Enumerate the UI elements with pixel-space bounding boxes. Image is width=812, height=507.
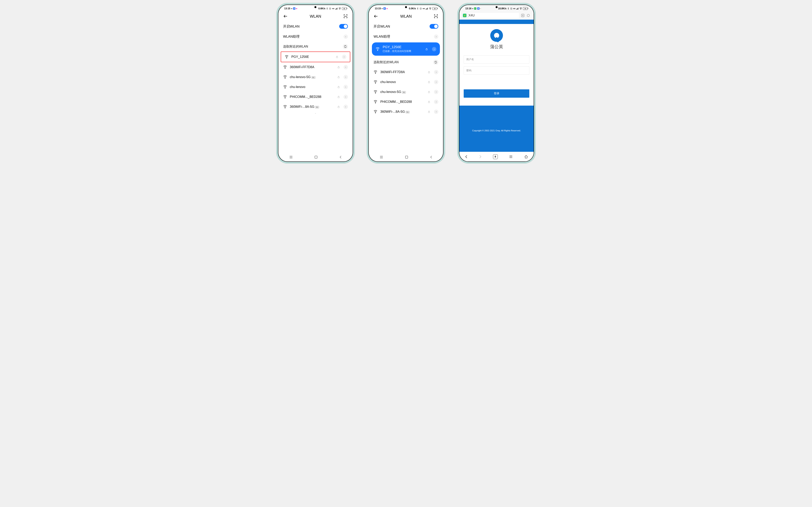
chevron-right-icon: ›	[344, 95, 348, 99]
svg-point-35	[375, 113, 376, 113]
tabs-button[interactable]: 9	[493, 154, 498, 159]
alarm-icon	[329, 7, 331, 10]
back-nav-button[interactable]	[339, 156, 342, 159]
wlan-assistant-label: WLAN助理	[283, 34, 300, 39]
wifi-item[interactable]: 360WiFi-FF7D8A ›	[280, 62, 352, 72]
lock-icon	[338, 76, 340, 78]
browser-menu-button[interactable]	[509, 155, 513, 158]
wifi-item-pgy[interactable]: PGY_1256E ›	[281, 52, 350, 62]
wifi-item[interactable]: 360WiFi-FF7D8A ›	[370, 67, 442, 77]
svg-rect-37	[405, 156, 408, 158]
enable-wlan-row[interactable]: 开启WLAN	[370, 21, 442, 32]
wlan-toggle[interactable]	[429, 24, 438, 29]
wifi-icon	[373, 70, 377, 74]
phone-3: 13:16 ✓ 支 16.8K/s HD 62 ⚡ 蒲公英 用户名 密码 登录	[457, 3, 536, 163]
qr-scan-button[interactable]	[433, 13, 439, 19]
svg-point-5	[340, 9, 340, 9]
status-time: 13:15	[375, 7, 381, 10]
connected-network-card[interactable]: PGY_1256E 已连接，但无法访问互联网 ›	[372, 42, 440, 56]
wifi-item[interactable]: chu-lenovo-5G5G ›	[370, 87, 442, 97]
5g-badge: 5G	[402, 91, 406, 94]
chevron-right-icon: ›	[344, 105, 348, 109]
svg-point-29	[375, 83, 376, 83]
status-speed: 0.0K/s	[409, 7, 416, 10]
bluetooth-icon	[326, 7, 328, 10]
svg-point-16	[285, 108, 285, 108]
wifi-ssid: 360WiFi-...8A-5G5G	[380, 110, 425, 114]
back-nav-button[interactable]	[430, 156, 433, 159]
wifi-icon	[373, 90, 377, 94]
svg-rect-23	[427, 8, 428, 9]
wifi-icon	[283, 66, 287, 69]
nearby-section: 选取附近的WLAN	[370, 57, 442, 67]
wifi-ssid: 360WiFi-FF7D8A	[290, 65, 335, 69]
status-time: 13:16	[465, 7, 471, 10]
refresh-button[interactable]	[343, 44, 348, 49]
svg-point-14	[285, 98, 285, 98]
wlan-toggle[interactable]	[339, 24, 348, 29]
hd-icon: HD	[513, 8, 516, 9]
url-bar: ⚡	[459, 11, 534, 19]
refresh-button[interactable]	[433, 60, 438, 65]
front-camera	[314, 6, 316, 8]
status-bar: 13:15 支 0.0K/s HD 62	[369, 5, 443, 11]
wifi-icon	[373, 110, 377, 113]
chevron-right-icon: ›	[434, 90, 438, 94]
alarm-icon	[510, 7, 512, 10]
dot-icon	[472, 8, 473, 9]
system-nav	[278, 153, 353, 162]
wifi-item[interactable]: chu-lenovo-5G5G ›	[280, 72, 352, 82]
wifi-item[interactable]: PHICOMM..._BED288 ›	[280, 92, 352, 102]
enable-wlan-label: 开启WLAN	[373, 24, 390, 29]
url-input[interactable]	[468, 13, 519, 18]
login-button[interactable]: 登录	[464, 89, 529, 98]
wifi-item[interactable]: chu-lenovo ›	[370, 77, 442, 87]
dot-icon	[291, 8, 292, 9]
wifi-item[interactable]: chu-lenovo ›	[280, 82, 352, 92]
svg-rect-32	[428, 92, 430, 93]
home-button[interactable]	[405, 156, 408, 159]
enable-wlan-row[interactable]: 开启WLAN	[280, 21, 352, 32]
connected-ssid: PGY_1256E	[383, 45, 423, 49]
5g-badge: 5G	[311, 76, 315, 79]
menu-button[interactable]	[379, 156, 383, 159]
wlan-assistant-row[interactable]: WLAN助理 ›	[370, 32, 442, 42]
svg-rect-21	[426, 8, 426, 9]
bluetooth-icon	[507, 7, 509, 10]
nearby-label: 选取附近的WLAN	[373, 60, 399, 64]
network-details-button[interactable]: ›	[432, 47, 436, 51]
back-button[interactable]	[373, 13, 378, 19]
username-input[interactable]: 用户名	[464, 55, 529, 64]
signal-icon	[516, 7, 519, 9]
back-button[interactable]	[283, 13, 288, 19]
wifi-ssid: chu-lenovo-5G5G	[290, 75, 335, 79]
security-shield-icon[interactable]: ⚡	[463, 14, 466, 17]
svg-point-6	[287, 58, 287, 58]
bookmark-button[interactable]	[521, 14, 524, 17]
lock-icon	[428, 111, 430, 113]
chevron-right-icon: ›	[344, 75, 348, 79]
menu-button[interactable]	[289, 156, 293, 159]
copyright-text: Copyright © 2002-2021 Oray. All Rights R…	[472, 129, 521, 132]
wifi-item[interactable]: 360WiFi-...8A-5G5G ›	[370, 107, 442, 117]
svg-point-12	[285, 88, 285, 89]
svg-rect-22	[427, 8, 427, 9]
wifi-item[interactable]: 360WiFi-...8A-5G5G ›	[280, 102, 352, 112]
wifi-item[interactable]: PHICOMM..._BED288 ›	[370, 97, 442, 107]
reload-button[interactable]	[526, 14, 530, 17]
qr-scan-button[interactable]	[343, 13, 348, 19]
browser-home-button[interactable]	[524, 155, 528, 159]
brand-logo-icon	[490, 29, 503, 42]
svg-point-31	[375, 93, 376, 93]
chevron-right-icon: ›	[344, 85, 348, 89]
browser-back-button[interactable]	[465, 155, 468, 159]
system-nav	[369, 153, 443, 162]
bluetooth-icon	[417, 7, 419, 10]
wlan-assistant-row[interactable]: WLAN助理 ›	[280, 32, 352, 42]
home-button[interactable]	[314, 156, 317, 159]
status-time: 13:15	[284, 7, 291, 10]
browser-forward-button[interactable]	[479, 155, 482, 159]
chevron-right-icon: ›	[342, 55, 346, 59]
svg-rect-18	[315, 156, 317, 158]
password-input[interactable]: 密码	[464, 66, 529, 75]
